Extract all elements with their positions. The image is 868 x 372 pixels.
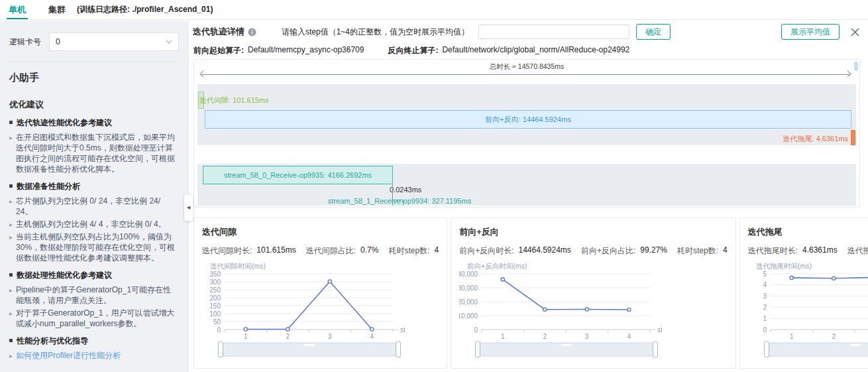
suggestion-item: ▸对于算子GeneratorOp_1，用户可以尝试增大或减小num_parall…: [9, 308, 179, 329]
iteration-band: 迭代间隙: 101.615ms 前向+反向: 14464.5924ms 迭代拖尾…: [197, 84, 856, 145]
datazoom-grip[interactable]: [850, 344, 861, 346]
y-tick-label: 3: [763, 292, 767, 300]
iteration-tail-label: 迭代拖尾: 4.6361ms: [783, 134, 848, 144]
trace-timeline: 总时长 ≈ 14570.8435ms 迭代间隙: 101.615ms 前向+反向…: [193, 59, 860, 208]
sidebar-collapse-handle[interactable]: ◀: [184, 194, 193, 221]
metric-panel: 迭代间隙 迭代间隙时长:101.615ms迭代间隙占比:0.7%耗时step数:…: [193, 217, 447, 369]
suggestion-sections: 迭代轨迹性能优化参考建议▸在开启图模式和数据集下沉模式后，如果平均迭代间隙时间大…: [8, 117, 179, 361]
tab-cluster[interactable]: 集群: [46, 0, 68, 19]
datazoom-handle[interactable]: [476, 341, 480, 357]
panel-stats: 迭代间隙时长:101.615ms迭代间隙占比:0.7%耗时step数:4: [202, 245, 439, 257]
stat: 迭代间隙时长:101.615ms: [202, 245, 296, 257]
datazoom-handle[interactable]: [396, 341, 401, 357]
bullet-arrow-icon: ▸: [9, 285, 13, 306]
x-tick-label: 1: [501, 333, 505, 340]
data-point[interactable]: [370, 328, 374, 331]
iteration-gap-label: 迭代间隙: 101.615ms: [199, 95, 269, 105]
collapse-arrow-icon: ◀: [187, 205, 190, 210]
confirm-button[interactable]: 确定: [636, 24, 671, 40]
y-tick-label: 10,000: [459, 312, 478, 320]
suggestion-title: 优化建议: [9, 99, 179, 111]
data-point[interactable]: [832, 277, 835, 280]
x-tick-label: 2: [286, 333, 290, 340]
show-average-button[interactable]: 展示平均值: [781, 24, 840, 40]
close-icon[interactable]: [850, 27, 860, 37]
x-axis-title: step: [657, 326, 662, 334]
sidebar: 逻辑卡号 0 小助手 优化建议 迭代轨迹性能优化参考建议▸在开启图模式和数据集下…: [0, 21, 189, 372]
datazoom-handle[interactable]: [219, 341, 223, 357]
card-number-select[interactable]: 0: [49, 32, 179, 51]
y-tick-label: 350: [209, 271, 221, 278]
card-number-label: 逻辑卡号: [9, 36, 41, 48]
data-point[interactable]: [286, 328, 290, 331]
suggestion-section-title: 性能分析与优化指导: [9, 336, 179, 347]
suggestion-item: ▸当前主机侧队列空队列占比为100%，阈值为30%，数据处理阶段可能存在优化空间…: [9, 231, 179, 263]
suggestion-link[interactable]: ▸如何使用Profiler进行性能分析: [9, 350, 179, 361]
data-point[interactable]: [790, 276, 793, 279]
data-point[interactable]: [501, 278, 504, 281]
log-path: (训练日志路径: ./profiler_Ascend_01): [77, 4, 213, 15]
stream1-label: stream_58_1_Receive-op9934: 327.1195ms: [303, 197, 496, 205]
fwd-start-op-value: Default/memcpy_async-op36709: [248, 45, 364, 56]
fwd-bwd-bar[interactable]: 前向+反向: 14464.5924ms: [205, 110, 851, 129]
datazoom-handle[interactable]: [764, 341, 769, 357]
x-tick-label: 2: [543, 333, 547, 340]
datazoom-grip[interactable]: [561, 344, 572, 346]
divider: [8, 62, 179, 62]
card-number-value: 0: [56, 37, 60, 46]
stat: 耗时step数:4: [388, 245, 439, 257]
y-tick-label: 150: [209, 302, 221, 310]
bullet-square-icon: [9, 273, 13, 277]
y-tick-label: 4: [763, 281, 767, 288]
assistant-title: 小助手: [9, 72, 179, 84]
panel-stats: 前向+反向时长:14464.5924ms前向+反向占比:99.27%耗时step…: [459, 245, 728, 257]
bullet-arrow-icon: ▸: [9, 351, 13, 361]
total-duration-arrow: [201, 74, 850, 75]
bullet-arrow-icon: ▸: [9, 133, 13, 175]
data-point[interactable]: [328, 280, 331, 283]
y-tick-label: 30,000: [459, 284, 478, 292]
suggestion-item: ▸芯片侧队列为空比例 0/ 24，非空比例 24/ 24。: [9, 196, 179, 217]
stat: 耗时step数:4: [677, 245, 728, 257]
bwd-end-op-value: Default/network/clip/global_norm/AllRedu…: [442, 45, 629, 56]
stat: 迭代拖尾占比:0.03%: [847, 245, 868, 257]
panel-stats: 迭代拖尾时长:4.6361ms迭代拖尾占比:0.03%耗时step数:4: [748, 245, 868, 257]
bullet-square-icon: [9, 184, 13, 188]
info-icon[interactable]: [248, 28, 256, 36]
tab-standalone[interactable]: 单机: [7, 0, 28, 19]
data-point[interactable]: [627, 308, 631, 311]
datazoom-grip[interactable]: [304, 344, 315, 346]
x-tick-label: 4: [627, 333, 631, 340]
y-tick-label: 0: [763, 326, 767, 334]
suggestion-item: ▸Pipeline中的算子GeneratorOp_1可能存在性能瓶颈，请用户重点…: [9, 284, 179, 306]
detail-title: 迭代轨迹详情: [193, 26, 244, 38]
datazoom-handle[interactable]: [653, 341, 658, 357]
operator-row: 前向起始算子: Default/memcpy_async-op36709 反向终…: [193, 45, 868, 56]
x-tick-label: 3: [328, 333, 332, 340]
metric-panel: 前向+反向 前向+反向时长:14464.5924ms前向+反向占比:99.27%…: [451, 217, 736, 369]
fwd-start-op-label: 前向起始算子:: [193, 45, 244, 56]
y-axis-title: 迭代拖尾时间(ms): [756, 262, 812, 270]
bullet-arrow-icon: ▸: [9, 196, 13, 217]
stream0-bar[interactable]: stream_58_0_Receive-op9935: 4166.2692ms: [203, 166, 393, 184]
step-input[interactable]: [478, 25, 629, 39]
detail-header: 迭代轨迹详情 请输入step值（1~4的正整数，值为空时展示平均值） 确定 展示…: [193, 23, 868, 40]
y-tick-label: 5: [763, 271, 767, 278]
stat: 迭代间隙占比:0.7%: [306, 245, 379, 257]
x-tick-label: 2: [832, 333, 836, 340]
line-chart: 迭代间隙时间(ms)0501001502002503003501234step: [202, 261, 405, 360]
suggestion-section-title: 数据准备性能分析: [9, 181, 179, 192]
stat: 前向+反向时长:14464.5924ms: [459, 245, 571, 257]
data-point[interactable]: [585, 308, 588, 311]
data-point[interactable]: [543, 308, 547, 311]
stat: 迭代拖尾时长:4.6361ms: [748, 245, 838, 257]
y-tick-label: 300: [209, 279, 221, 286]
arrow-right-head-icon: [845, 71, 851, 78]
bullet-arrow-icon: ▸: [9, 232, 13, 264]
y-tick-label: 1: [763, 315, 767, 322]
iteration-tail-bar[interactable]: [851, 130, 855, 145]
main-content: 迭代轨迹详情 请输入step值（1~4的正整数，值为空时展示平均值） 确定 展示…: [189, 21, 868, 372]
metric-panels: 迭代间隙 迭代间隙时长:101.615ms迭代间隙占比:0.7%耗时step数:…: [193, 217, 860, 369]
data-point[interactable]: [244, 328, 247, 331]
timeline-scrollbar[interactable]: [854, 62, 858, 71]
